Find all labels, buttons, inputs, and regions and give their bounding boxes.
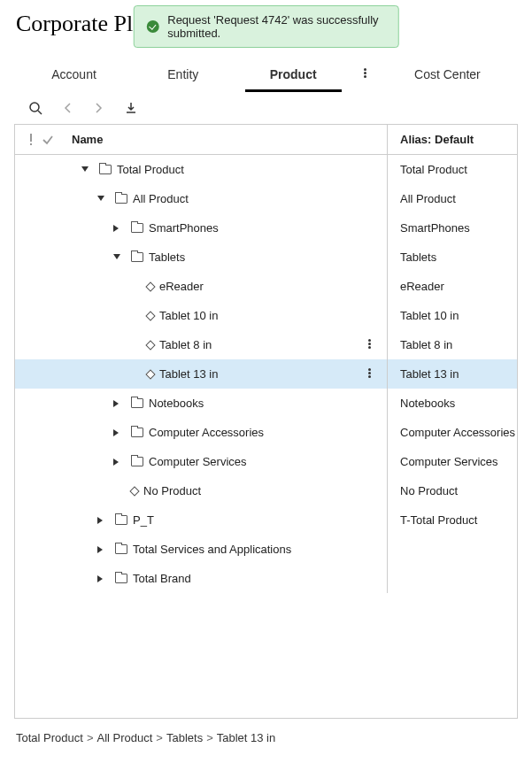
tree-row-alias: Total Product (388, 163, 517, 176)
tab-cost-center[interactable]: Cost Center (379, 58, 516, 92)
tree-row-alias: Tablets (388, 250, 517, 264)
toast-success: Request 'Request 4742' was successfully … (133, 5, 399, 48)
folder-icon (115, 515, 127, 525)
tree-row-label: Notebooks (149, 397, 204, 410)
breadcrumb-separator: > (206, 731, 213, 744)
tree-row-label: P_T (133, 513, 154, 527)
tree-row[interactable]: Total Brand (15, 564, 517, 593)
tree-row-label: eReader (159, 280, 204, 293)
tree-row-alias: SmartPhones (388, 221, 517, 235)
tree-row-alias: Tablet 8 in (388, 338, 517, 351)
tree-row[interactable]: P_TT-Total Product (15, 505, 517, 535)
tree-row[interactable]: eReadereReader (15, 272, 517, 301)
tree-row-label: All Product (133, 192, 189, 205)
member-icon (145, 369, 155, 379)
row-actions-icon[interactable] (368, 367, 371, 381)
chevron-right-icon[interactable] (113, 225, 120, 232)
check-circle-icon (146, 20, 158, 33)
tree-row-label: Total Brand (133, 572, 191, 585)
toolbar (0, 92, 532, 124)
search-icon[interactable] (28, 101, 42, 115)
tree-row-alias: Tablet 13 in (388, 367, 517, 381)
toast-text: Request 'Request 4742' was successfully … (167, 13, 386, 40)
folder-icon (115, 194, 127, 204)
hierarchy-grid: Name Alias: Default Total ProductTotal P… (14, 124, 518, 719)
tree-row[interactable]: Tablet 8 inTablet 8 in (15, 330, 517, 359)
tab-product[interactable]: Product (235, 58, 352, 92)
tree-row-label: SmartPhones (149, 221, 219, 235)
member-icon (129, 486, 139, 496)
tree-row[interactable]: Computer ServicesComputer Services (15, 447, 517, 476)
prev-icon[interactable] (64, 103, 73, 113)
tree-row-label: Total Product (117, 163, 184, 176)
dimension-tabs: AccountEntityProductCost Center (0, 58, 532, 92)
next-icon[interactable] (94, 103, 103, 113)
chevron-right-icon[interactable] (97, 517, 104, 524)
tree-row-label: Computer Accessories (149, 426, 264, 439)
tree-row-alias: Computer Services (388, 455, 517, 468)
chevron-right-icon[interactable] (113, 429, 120, 436)
breadcrumb-separator: > (156, 731, 163, 744)
tree-row-alias: No Product (388, 484, 517, 497)
chevron-down-icon[interactable] (97, 196, 104, 203)
tree-row-label: Tablet 10 in (159, 309, 219, 322)
tree-row-label: Tablet 8 in (159, 338, 212, 351)
column-name[interactable]: Name (68, 125, 388, 154)
folder-icon (131, 428, 143, 437)
breadcrumb-item[interactable]: Tablet 13 in (217, 731, 276, 744)
tree-row-label: No Product (143, 484, 201, 497)
row-actions-icon[interactable] (368, 338, 371, 351)
tree-row[interactable]: SmartPhonesSmartPhones (15, 213, 517, 243)
breadcrumb-item[interactable]: Tablets (166, 731, 203, 744)
chevron-right-icon[interactable] (113, 459, 120, 466)
tree-row-alias: T-Total Product (388, 513, 517, 527)
member-icon (145, 311, 155, 320)
chevron-right-icon[interactable] (97, 575, 104, 582)
tree-row[interactable]: Computer AccessoriesComputer Accessories (15, 418, 517, 447)
folder-icon (115, 574, 127, 583)
grid-body: Total ProductTotal ProductAll ProductAll… (15, 155, 517, 718)
chevron-down-icon[interactable] (113, 254, 120, 261)
svg-line-1 (38, 111, 42, 114)
svg-point-0 (30, 103, 39, 112)
tree-row[interactable]: Total ProductTotal Product (15, 155, 517, 184)
tree-row-alias: Tablet 10 in (388, 309, 517, 322)
breadcrumb-item[interactable]: All Product (96, 731, 152, 744)
chevron-down-icon[interactable] (81, 166, 89, 173)
folder-icon (131, 223, 143, 233)
tree-row-alias: Notebooks (388, 397, 517, 410)
breadcrumb-separator: > (87, 731, 94, 744)
svg-rect-3 (30, 143, 32, 145)
tree-row[interactable]: Tablet 10 inTablet 10 in (15, 301, 517, 330)
chevron-right-icon[interactable] (113, 400, 120, 407)
warning-column-icon (29, 134, 33, 146)
tree-row[interactable]: NotebooksNotebooks (15, 389, 517, 418)
tree-row-label: Tablet 13 in (159, 367, 219, 381)
grid-header: Name Alias: Default (15, 125, 517, 155)
svg-rect-2 (30, 134, 32, 142)
tree-row-label: Tablets (149, 250, 185, 264)
tree-row-alias: All Product (388, 192, 517, 205)
tree-row[interactable]: Tablet 13 inTablet 13 in (15, 359, 517, 389)
tab-entity[interactable]: Entity (132, 58, 234, 92)
tabs-overflow-icon[interactable] (352, 58, 379, 92)
tree-row-alias: Computer Accessories (388, 426, 517, 439)
tab-account[interactable]: Account (16, 58, 132, 92)
check-column-icon (42, 135, 54, 145)
member-icon (145, 340, 155, 350)
folder-icon (131, 398, 143, 408)
breadcrumb-item[interactable]: Total Product (16, 731, 83, 744)
tree-row-label: Computer Services (149, 455, 247, 468)
column-alias[interactable]: Alias: Default (388, 125, 517, 154)
tree-row[interactable]: TabletsTablets (15, 243, 517, 272)
tree-row[interactable]: No ProductNo Product (15, 476, 517, 505)
folder-icon (115, 544, 127, 554)
tree-row[interactable]: Total Services and Applications (15, 535, 517, 564)
folder-icon (131, 457, 143, 466)
tree-row[interactable]: All ProductAll Product (15, 184, 517, 213)
tree-row-alias: eReader (388, 280, 517, 293)
member-icon (145, 281, 155, 291)
breadcrumb: Total Product>All Product>Tablets>Tablet… (0, 719, 532, 757)
download-icon[interactable] (124, 101, 138, 115)
chevron-right-icon[interactable] (97, 546, 104, 553)
